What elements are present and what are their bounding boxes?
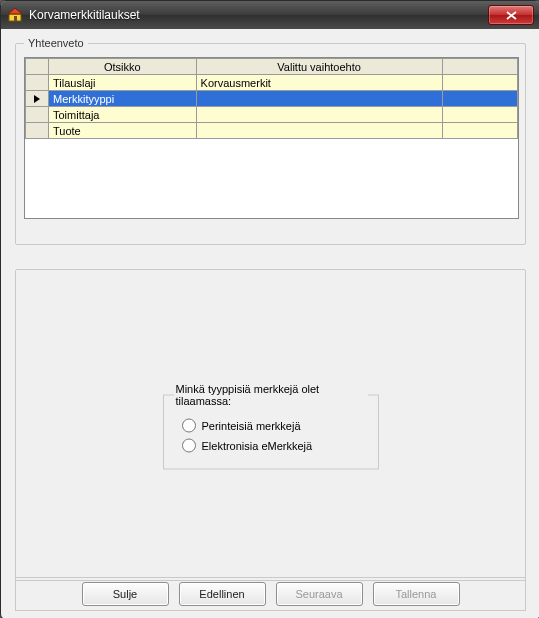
cell-value xyxy=(196,91,442,107)
row-header-blank xyxy=(26,59,49,75)
table-row[interactable]: Merkkityyppi xyxy=(26,91,518,107)
row-indicator xyxy=(26,123,49,139)
svg-rect-2 xyxy=(14,16,17,21)
col-header-2: Valittu vaihtoehto xyxy=(196,59,442,75)
window-title: Korvamerkkitilaukset xyxy=(29,8,488,22)
next-button[interactable]: Seuraava xyxy=(276,582,363,606)
radio-label: Perinteisiä merkkejä xyxy=(202,420,301,432)
cell-label: Merkkityyppi xyxy=(49,91,197,107)
save-button[interactable]: Tallenna xyxy=(373,582,460,606)
row-indicator xyxy=(26,75,49,91)
radio-option-electronic[interactable]: Elektronisia eMerkkejä xyxy=(182,439,368,453)
cell-blank xyxy=(442,107,517,123)
summary-table: Otsikko Valittu vaihtoehto Tilauslaji Ko… xyxy=(24,57,519,219)
cell-value xyxy=(196,107,442,123)
close-icon xyxy=(506,11,517,20)
table-row[interactable]: Tuote xyxy=(26,123,518,139)
summary-group: Yhteenveto Otsikko Valittu vaihtoehto Ti… xyxy=(15,37,526,245)
house-icon xyxy=(7,7,23,23)
mark-type-group: Minkä tyyppisiä merkkejä olet tilaamassa… xyxy=(161,383,381,468)
table-row[interactable]: Toimittaja xyxy=(26,107,518,123)
row-indicator xyxy=(26,91,49,107)
summary-legend: Yhteenveto xyxy=(24,37,88,49)
table-row[interactable]: Tilauslaji Korvausmerkit xyxy=(26,75,518,91)
radio-label: Elektronisia eMerkkejä xyxy=(202,440,313,452)
cell-label: Tuote xyxy=(49,123,197,139)
col-header-1: Otsikko xyxy=(49,59,197,75)
table-header-row: Otsikko Valittu vaihtoehto xyxy=(26,59,518,75)
cell-blank xyxy=(442,123,517,139)
radio-legend: Minkä tyyppisiä merkkejä olet tilaamassa… xyxy=(174,383,368,407)
cell-label: Tilauslaji xyxy=(49,75,197,91)
svg-marker-1 xyxy=(8,8,22,14)
col-header-blank xyxy=(442,59,517,75)
radio-option-traditional[interactable]: Perinteisiä merkkejä xyxy=(182,419,368,433)
right-arrow-icon xyxy=(33,94,41,104)
title-bar: Korvamerkkitilaukset xyxy=(1,1,539,29)
content-panel: Minkä tyyppisiä merkkejä olet tilaamassa… xyxy=(15,269,526,581)
client-area: Yhteenveto Otsikko Valittu vaihtoehto Ti… xyxy=(9,35,532,611)
cell-value: Korvausmerkit xyxy=(196,75,442,91)
dialog-window: Korvamerkkitilaukset Yhteenveto Otsikko … xyxy=(0,0,539,618)
close-dialog-button[interactable]: Sulje xyxy=(82,582,169,606)
radio-icon xyxy=(182,439,196,453)
previous-button[interactable]: Edellinen xyxy=(179,582,266,606)
row-indicator xyxy=(26,107,49,123)
cell-blank xyxy=(442,91,517,107)
svg-marker-3 xyxy=(34,95,40,103)
cell-blank xyxy=(442,75,517,91)
radio-icon xyxy=(182,419,196,433)
button-bar: Sulje Edellinen Seuraava Tallenna xyxy=(15,577,526,611)
cell-label: Toimittaja xyxy=(49,107,197,123)
close-button[interactable] xyxy=(488,5,534,25)
cell-value xyxy=(196,123,442,139)
